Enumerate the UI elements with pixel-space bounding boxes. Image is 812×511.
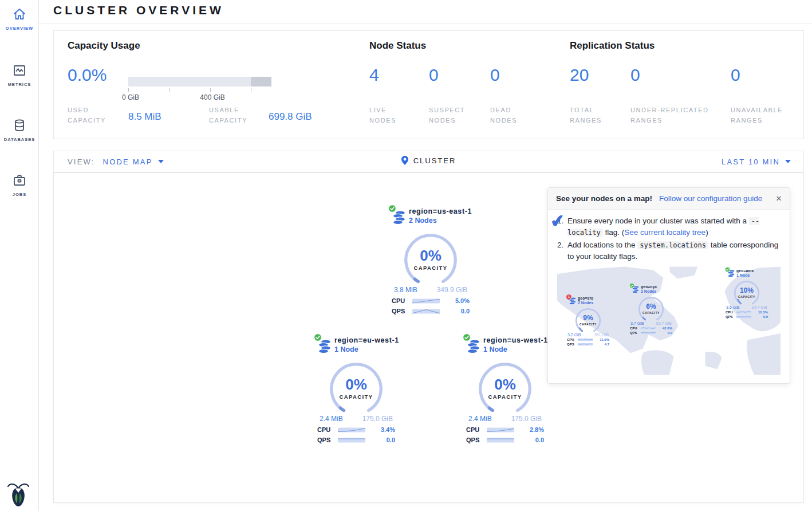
- sidebar-item-databases[interactable]: DATABASES: [0, 111, 39, 149]
- time-range-value: LAST 10 MIN: [722, 158, 780, 166]
- node-group-eu-west-1[interactable]: region=eu-west-1 1 Node 0% CAPACITY 2.4 …: [313, 337, 399, 443]
- node-region-label: region=us-west-1: [483, 336, 548, 344]
- sidebar: OVERVIEW METRICS DATABASES JOBS: [0, 0, 39, 511]
- cpu-sparkline: [483, 427, 518, 433]
- sidebar-item-jobs[interactable]: JOBS: [0, 166, 39, 204]
- capacity-gauge: 0% CAPACITY: [329, 361, 384, 411]
- cpu-value: 3.4%: [369, 426, 395, 433]
- axis-tick: [128, 88, 129, 92]
- capacity-caption: CAPACITY: [638, 311, 664, 315]
- unavailable-ranges-label: UNAVAILABLE RANGES: [731, 105, 794, 125]
- under-replicated-ranges-value: 0: [630, 65, 640, 85]
- qps-label: QPS: [392, 308, 409, 315]
- qps-label: QPS: [317, 437, 334, 443]
- cpu-label: CPU: [630, 327, 638, 330]
- setup-step-2: 2.Add locations to the system.locations …: [557, 239, 781, 262]
- divider: [39, 23, 812, 23]
- home-icon: [13, 7, 26, 21]
- qps-value: 0.0: [518, 437, 544, 443]
- tooltip-title: See your nodes on a map!: [556, 194, 652, 203]
- qps-label: QPS: [630, 331, 638, 335]
- cpu-value: 12.3%: [754, 310, 768, 314]
- qps-label: QPS: [567, 343, 575, 346]
- capacity-percent: 10%: [734, 286, 760, 294]
- usable-capacity-label: USABLE CAPACITY: [209, 105, 261, 125]
- cpu-value: 42.6%: [659, 327, 672, 330]
- dead-nodes-value: 0: [490, 65, 500, 85]
- qps-sparkline: [575, 343, 596, 346]
- live-nodes-value: 4: [369, 65, 379, 85]
- database-icon: [13, 119, 26, 132]
- node-count-label: 2 Nodes: [409, 217, 472, 225]
- node-stack-icon: [632, 285, 640, 294]
- cpu-sparkline: [334, 427, 369, 433]
- step-text: Ensure every node in your cluster was st…: [567, 217, 749, 225]
- dead-nodes-label: DEAD NODES: [490, 105, 530, 125]
- qps-value: 0.0: [443, 308, 470, 315]
- healthy-check-icon: [314, 333, 322, 341]
- node-region-label: geo=sfo: [578, 296, 593, 300]
- sidebar-item-label: DATABASES: [1, 137, 38, 142]
- chevron-down-icon: [785, 160, 791, 163]
- node-region-label: region=us-east-1: [409, 207, 472, 215]
- qps-sparkline: [638, 331, 659, 335]
- used-capacity-value: 8.5 MiB: [128, 111, 161, 123]
- sidebar-item-label: OVERVIEW: [1, 26, 38, 31]
- briefcase-icon: [13, 174, 26, 187]
- cpu-label: CPU: [317, 426, 334, 433]
- node-group-us-east-1[interactable]: region=us-east-1 2 Nodes 0% CAPACITY 3.8…: [388, 208, 474, 315]
- cpu-value: 11.0%: [596, 338, 609, 341]
- example-node-map-image: 1 geo=sfo 2 Nodes 9% CAPACITY: [557, 266, 781, 375]
- axis-tick: [210, 88, 211, 92]
- capacity-caption: CAPACITY: [478, 394, 533, 400]
- capacity-percent: 9%: [575, 314, 601, 322]
- map-pin-icon: [401, 156, 408, 165]
- node-count-label: 1 Node: [334, 345, 399, 353]
- cpu-sparkline: [409, 298, 443, 304]
- code-system-locations: system.locations: [637, 241, 708, 249]
- sidebar-item-metrics[interactable]: METRICS: [0, 56, 39, 94]
- capacity-caption: CAPACITY: [734, 295, 760, 298]
- cpu-label: CPU: [392, 297, 409, 304]
- sidebar-item-overview[interactable]: OVERVIEW: [0, 0, 39, 38]
- healthy-check-icon: [463, 333, 471, 341]
- capacity-gauge: 0% CAPACITY: [403, 233, 458, 282]
- qps-sparkline: [334, 437, 369, 443]
- configuration-guide-link[interactable]: Follow our configuration guide: [659, 194, 762, 203]
- capacity-gauge: 6% CAPACITY: [638, 296, 664, 320]
- unavailable-ranges-value: 0: [731, 65, 740, 85]
- close-icon[interactable]: ×: [776, 194, 782, 203]
- cockroachdb-logo-icon: [7, 481, 30, 508]
- setup-step-1: 1.Ensure every node in your cluster was …: [557, 215, 781, 238]
- node-region-label: geo=nyc: [641, 285, 657, 289]
- capacity-percent: 0%: [329, 376, 384, 394]
- capacity-gauge: 10% CAPACITY: [734, 280, 760, 304]
- cpu-sparkline: [734, 310, 754, 314]
- replication-status-title: Replication Status: [570, 40, 655, 52]
- node-count-label: 2 Nodes: [641, 289, 657, 293]
- node-group-us-west-1[interactable]: region=us-west-1 1 Node 0% CAPACITY 2.4 …: [462, 337, 548, 443]
- under-replicated-ranges-label: UNDER-REPLICATED RANGES: [630, 105, 722, 125]
- step-text: ): [705, 228, 708, 237]
- qps-value: 4.7: [596, 343, 609, 346]
- node-count-label: 2 Nodes: [578, 301, 593, 305]
- axis-tick: [251, 88, 251, 92]
- healthy-check-icon: [388, 205, 396, 213]
- node-map-panel: region=us-east-1 2 Nodes 0% CAPACITY 3.8…: [53, 172, 804, 503]
- big-check-icon: ✔: [549, 210, 566, 231]
- qps-label: QPS: [726, 315, 734, 319]
- live-nodes-label: LIVE NODES: [369, 105, 409, 125]
- breadcrumb-cluster[interactable]: CLUSTER: [401, 156, 456, 165]
- cpu-value: 5.0%: [443, 297, 470, 304]
- node-count-label: 1 Node: [483, 345, 548, 353]
- capacity-bar: [128, 77, 271, 87]
- step-number: 2.: [557, 239, 563, 251]
- cpu-label: CPU: [567, 338, 575, 341]
- node-stack-icon: [569, 297, 577, 305]
- qps-label: QPS: [466, 437, 483, 443]
- node-count-label: 1 Node: [736, 273, 754, 277]
- time-range-dropdown[interactable]: LAST 10 MIN: [722, 158, 791, 166]
- locality-tree-link[interactable]: See current locality tree: [624, 228, 705, 237]
- cluster-summary-panel: Capacity Usage 0.0% 0 GiB 400 GiB USED C…: [53, 30, 804, 139]
- metrics-icon: [13, 64, 26, 77]
